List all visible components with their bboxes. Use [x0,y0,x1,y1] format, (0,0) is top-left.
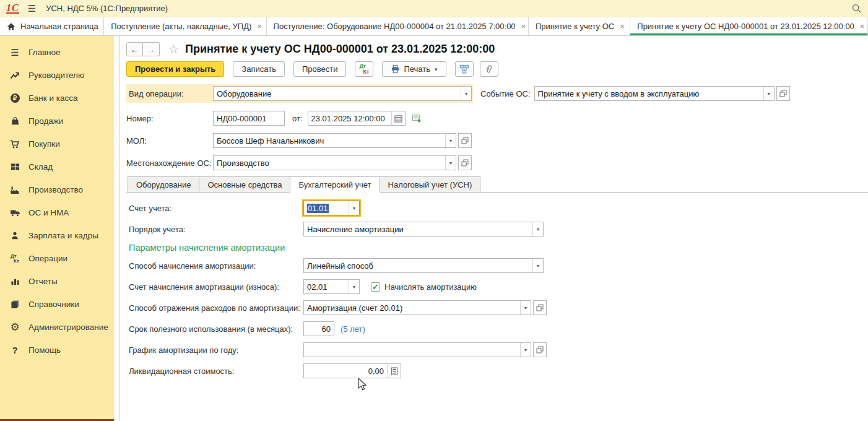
depreciation-section-title: Параметры начисления амортизации [129,243,868,253]
sidebar-item-sklad[interactable]: Склад [0,155,114,178]
tab-postuplenie-list[interactable]: Поступление (акты, накладные, УПД) × [104,17,266,35]
dt-kt-icon: ДтКт [8,254,22,264]
tab-nalogovyy-uchet[interactable]: Налоговый учет (УСН) [380,176,481,193]
favorite-star-icon[interactable]: ☆ [168,42,179,56]
main-menu-icon[interactable]: ☰ [28,3,36,14]
number-label: Номер: [126,114,213,123]
print-button[interactable]: Печать ▾ [382,61,446,77]
sidebar-item-label: Операции [28,254,67,263]
tab-postuplenie-doc[interactable]: Поступление: Оборудование НД00-000004 от… [267,17,529,35]
title-bar: 1С ☰ УСН, НДС 5% (1С:Предприятие) [0,0,868,17]
depreciation-account-field[interactable]: 02.01 ▾ [303,279,360,294]
sidebar-item-zarplata[interactable]: Зарплата и кадры [0,224,114,247]
sidebar-item-label: Руководителю [28,71,84,80]
expense-method-field[interactable]: Амортизация (счет 20.01) ▾ [303,300,531,315]
dropdown-icon[interactable]: ▾ [520,301,531,315]
sidebar-item-proizvodstvo[interactable]: Производство [0,178,114,201]
sidebar-item-administrirovanie[interactable]: ⚙ Администрирование [0,316,114,339]
close-icon[interactable]: × [620,22,625,30]
date-field[interactable]: 23.01.2025 12:00:00 [308,111,406,126]
event-field[interactable]: Принятие к учету с вводом в эксплуатацию… [534,86,775,101]
dropdown-icon[interactable]: ▾ [532,222,543,236]
tab-oborudovanie[interactable]: Оборудование [128,176,199,193]
open-expense-method-button[interactable] [533,300,547,315]
number-field[interactable]: НД00-000001 [213,111,285,126]
useful-life-field[interactable]: 60 [303,321,334,336]
sidebar-item-spravochniki[interactable]: Справочники [0,293,114,316]
sidebar-item-label: Продажи [28,116,63,126]
sidebar-item-rukovoditelyu[interactable]: Руководителю [0,64,114,87]
tab-label: Принятие к учету ОС НД00-000001 от 23.01… [637,22,854,31]
dropdown-icon[interactable]: ▾ [445,134,456,147]
sidebar-item-label: Главное [28,48,61,57]
shopping-bag-icon [8,116,22,126]
close-icon[interactable]: × [521,22,526,30]
dropdown-icon[interactable]: ▾ [763,87,774,100]
close-icon[interactable]: × [860,22,865,30]
account-field[interactable]: 01.01 ▾ [303,201,360,215]
open-link-icon [779,90,787,97]
tab-buhgalterskiy-uchet[interactable]: Бухгалтерский учет [290,176,380,193]
accounting-order-field[interactable]: Начисление амортизации ▾ [303,222,544,237]
back-button[interactable]: ← [126,42,143,56]
form-tab-strip: Оборудование Основные средства Бухгалтер… [126,176,868,193]
tab-prinyatie-doc-active[interactable]: Принятие к учету ОС НД00-000001 от 23.01… [630,17,868,35]
person-icon [8,231,22,240]
sidebar-item-operacii[interactable]: ДтКт Операции [0,247,114,270]
search-icon[interactable] [851,3,862,14]
tab-prinyatie-list[interactable]: Принятие к учету ОС × [529,17,630,35]
sidebar-item-pomosch[interactable]: ? Помощь [0,339,114,362]
calendar-icon[interactable] [391,111,405,125]
tab-osnovnye-sredstva[interactable]: Основные средства [199,176,290,193]
sidebar-item-label: Помощь [28,345,61,355]
depreciation-schedule-field[interactable]: ▾ [303,342,531,357]
mol-field[interactable]: Боссов Шеф Начальникович ▾ [213,133,456,148]
trend-chart-icon [8,71,22,80]
sidebar-item-pokupki[interactable]: Покупки [0,132,114,155]
checkbox-checkmark-icon: ✓ [371,282,380,292]
dropdown-icon[interactable]: ▾ [349,280,359,293]
calculator-icon[interactable] [387,364,401,378]
tab-home[interactable]: Начальная страница [0,17,104,35]
open-schedule-button[interactable] [533,342,547,357]
open-mol-button[interactable] [458,133,472,148]
dropdown-icon[interactable]: ▾ [461,87,471,100]
document-title: Принятие к учету ОС НД00-000001 от 23.01… [185,43,495,56]
open-location-button[interactable] [458,155,472,170]
close-icon[interactable]: × [257,22,262,30]
location-field[interactable]: Производство ▾ [213,155,456,170]
paperclip-icon [482,63,495,76]
document-structure-button[interactable] [455,61,474,77]
post-and-close-button[interactable]: Провести и закрыть [126,61,224,77]
question-icon: ? [8,345,22,355]
forward-button[interactable]: → [143,42,160,56]
depreciation-method-field[interactable]: Линейный способ ▾ [303,258,544,273]
sidebar-item-os-nma[interactable]: ОС и НМА [0,201,114,224]
dropdown-icon[interactable]: ▾ [532,259,543,272]
liquidation-value-label: Ликвидационная стоимость: [129,367,303,376]
operation-kind-row: Вид операции: Оборудование ▾ [126,84,473,103]
window-tab-bar: Начальная страница Поступление (акты, на… [0,17,868,36]
expense-method-label: Способ отражения расходов по амортизации… [129,303,303,313]
sidebar-item-bank-kassa[interactable]: ₽ Банк и касса [0,87,114,110]
open-event-button[interactable] [776,86,790,101]
attachments-button[interactable] [480,61,498,77]
set-current-date-icon[interactable] [412,113,422,123]
sidebar-item-prodazhi[interactable]: Продажи [0,110,114,132]
dt-kt-postings-button[interactable]: Дт Кт [355,61,373,77]
structure-icon [459,64,469,74]
printer-icon [391,64,400,74]
accrue-depreciation-checkbox[interactable]: ✓ Начислять амортизацию [371,282,477,292]
dropdown-icon[interactable]: ▾ [520,343,531,357]
save-button[interactable]: Записать [233,61,285,77]
liquidation-value-field[interactable]: 0,00 [303,363,401,378]
dropdown-icon[interactable]: ▾ [349,201,359,215]
dropdown-icon[interactable]: ▾ [445,156,456,170]
document-form: ← → ☆ Принятие к учету ОС НД00-000001 от… [119,36,868,421]
sidebar-item-label: Склад [28,162,53,171]
operation-kind-field[interactable]: Оборудование ▾ [213,86,472,101]
sidebar-item-otchety[interactable]: Отчеты [0,270,114,293]
post-button[interactable]: Провести [293,61,347,77]
sidebar-item-glavnoe[interactable]: ☰ Главное [0,41,114,64]
accounting-order-label: Порядок учета: [129,225,303,234]
